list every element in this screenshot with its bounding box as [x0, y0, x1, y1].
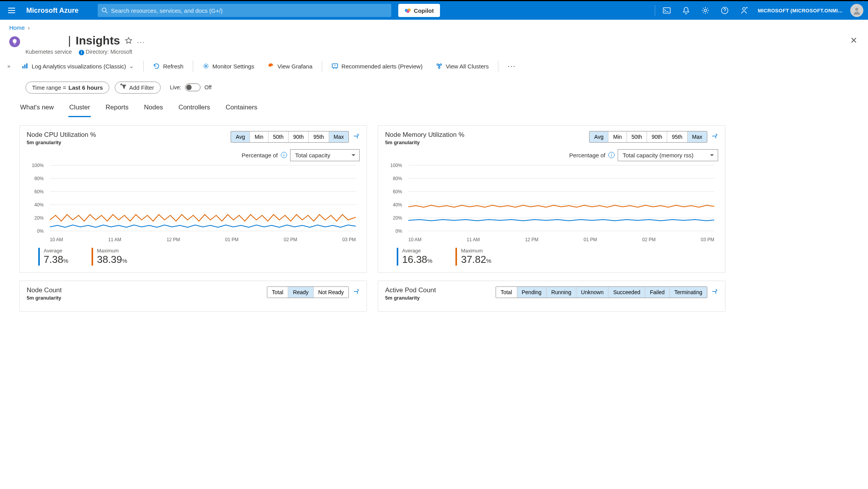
info-icon: i [79, 50, 84, 55]
pc-running[interactable]: Running [547, 287, 576, 298]
user-avatar[interactable] [850, 4, 863, 17]
view-grafana-button[interactable]: View Grafana [262, 61, 318, 71]
monitor-settings-button[interactable]: Monitor Settings [197, 61, 260, 71]
info-icon[interactable]: i [608, 152, 615, 158]
svg-point-7 [407, 10, 409, 13]
tab-reports[interactable]: Reports [105, 101, 129, 117]
svg-rect-14 [24, 65, 25, 68]
pc-unknown[interactable]: Unknown [576, 287, 608, 298]
svg-rect-0 [8, 8, 15, 9]
svg-line-4 [106, 12, 108, 14]
search-icon [102, 7, 108, 14]
notifications-icon[interactable] [678, 3, 694, 18]
node-count-granularity: 5m granularity [27, 295, 62, 301]
hamburger-menu-icon[interactable] [5, 3, 19, 17]
cpu-seg-50th[interactable]: 50th [268, 131, 289, 142]
command-bar: » Log Analytics visualizations (Classic)… [0, 55, 868, 78]
cpu-max-stat: Maximum 38.39% [92, 248, 127, 266]
pc-succeeded[interactable]: Succeeded [608, 287, 645, 298]
mem-seg-90th[interactable]: 90th [647, 131, 667, 142]
gear-icon [202, 63, 209, 70]
time-range-filter[interactable]: Time range = Last 6 hours [25, 82, 109, 94]
mem-granularity: 5m granularity [385, 140, 464, 145]
cpu-seg-avg[interactable]: Avg [231, 131, 250, 142]
svg-rect-13 [22, 66, 24, 68]
svg-point-9 [704, 9, 707, 12]
cpu-seg-min[interactable]: Min [250, 131, 268, 142]
copilot-icon [404, 7, 411, 14]
view-all-clusters-button[interactable]: View All Clusters [430, 61, 494, 71]
log-analytics-dropdown[interactable]: Log Analytics visualizations (Classic) ⌄ [16, 61, 139, 71]
nc-not-ready[interactable]: Not Ready [314, 287, 348, 298]
directory-label[interactable]: iDirectory: Microsoft [79, 49, 132, 55]
svg-point-20 [438, 67, 440, 68]
cpu-pct-label: Percentage of [242, 152, 278, 158]
clusters-icon [436, 63, 443, 70]
page-title: Insights [76, 34, 120, 47]
tab-containers[interactable]: Containers [225, 101, 258, 117]
pod-count-title: Active Pod Count [385, 286, 436, 294]
breadcrumb-home[interactable]: Home [9, 24, 25, 31]
cpu-avg-stat: Average 7.38% [38, 248, 68, 266]
toolbar-overflow-icon[interactable]: ··· [502, 61, 521, 72]
feedback-icon[interactable] [736, 3, 752, 18]
mem-max-stat: Maximum 37.82% [455, 248, 491, 266]
copilot-button[interactable]: Copilot [398, 4, 440, 17]
mem-seg-95th[interactable]: 95th [667, 131, 687, 142]
mem-pct-label: Percentage of [569, 152, 605, 158]
add-filter-button[interactable]: + Add Filter [115, 82, 160, 94]
mem-seg-avg[interactable]: Avg [589, 131, 608, 142]
nc-pin-icon[interactable] [353, 288, 360, 296]
more-ellipsis-icon[interactable]: ··· [137, 38, 145, 46]
svg-rect-1 [8, 10, 15, 11]
live-toggle[interactable] [185, 83, 200, 91]
chevron-right-icon: › [28, 24, 30, 31]
mem-pin-icon[interactable] [711, 133, 718, 141]
svg-point-18 [437, 64, 438, 65]
nc-total[interactable]: Total [267, 287, 289, 298]
expand-sidebar-icon[interactable]: » [4, 63, 14, 69]
mem-seg-50th[interactable]: 50th [627, 131, 647, 142]
tenant-label[interactable]: MICROSOFT (MICROSOFT.ONMI... [758, 8, 843, 14]
cloud-shell-icon[interactable] [659, 3, 674, 18]
info-icon[interactable]: i [281, 152, 287, 158]
close-icon[interactable]: ✕ [850, 36, 857, 46]
search-input[interactable] [111, 7, 387, 14]
cpu-capacity-dropdown[interactable]: Total capacity [290, 149, 360, 161]
svg-point-16 [205, 65, 207, 67]
refresh-icon [153, 63, 160, 70]
tab-cluster[interactable]: Cluster [68, 101, 91, 117]
mem-seg-max[interactable]: Max [688, 131, 707, 142]
mem-plot: 100% 80% 60% 40% 20% 0% 10 AM 11 AM 12 P… [385, 165, 718, 242]
pc-failed[interactable]: Failed [645, 287, 669, 298]
pc-terminating[interactable]: Terminating [670, 287, 707, 298]
node-count-selector: Total Ready Not Ready [267, 286, 349, 298]
brand-label[interactable]: Microsoft Azure [26, 7, 78, 15]
nc-ready[interactable]: Ready [288, 287, 313, 298]
pc-pending[interactable]: Pending [517, 287, 547, 298]
recommended-alerts-button[interactable]: Recommended alerts (Preview) [326, 61, 428, 71]
tab-nodes[interactable]: Nodes [143, 101, 164, 117]
global-search[interactable] [98, 4, 391, 17]
refresh-button[interactable]: Refresh [148, 61, 189, 71]
favorite-star-icon[interactable] [125, 37, 132, 46]
top-header: Microsoft Azure Copilot MICROSOFT (MICRO… [0, 1, 868, 20]
tab-whats-new[interactable]: What's new [19, 101, 54, 117]
add-filter-icon: + [121, 84, 127, 91]
pc-total[interactable]: Total [496, 287, 517, 298]
mem-avg-stat: Average 16.38% [397, 248, 432, 266]
pc-pin-icon[interactable] [711, 288, 718, 296]
mem-capacity-dropdown[interactable]: Total capacity (memory rss) [618, 149, 718, 161]
breadcrumb: Home › [0, 20, 868, 32]
cpu-seg-90th[interactable]: 90th [289, 131, 309, 142]
live-state: Off [204, 84, 211, 90]
tab-controllers[interactable]: Controllers [178, 101, 211, 117]
cpu-seg-95th[interactable]: 95th [309, 131, 329, 142]
svg-point-11 [742, 8, 745, 10]
cpu-pin-icon[interactable] [353, 133, 360, 141]
help-icon[interactable] [717, 3, 732, 18]
settings-gear-icon[interactable] [698, 3, 713, 18]
cpu-seg-max[interactable]: Max [329, 131, 348, 142]
insights-icon [9, 36, 20, 47]
mem-seg-min[interactable]: Min [608, 131, 627, 142]
